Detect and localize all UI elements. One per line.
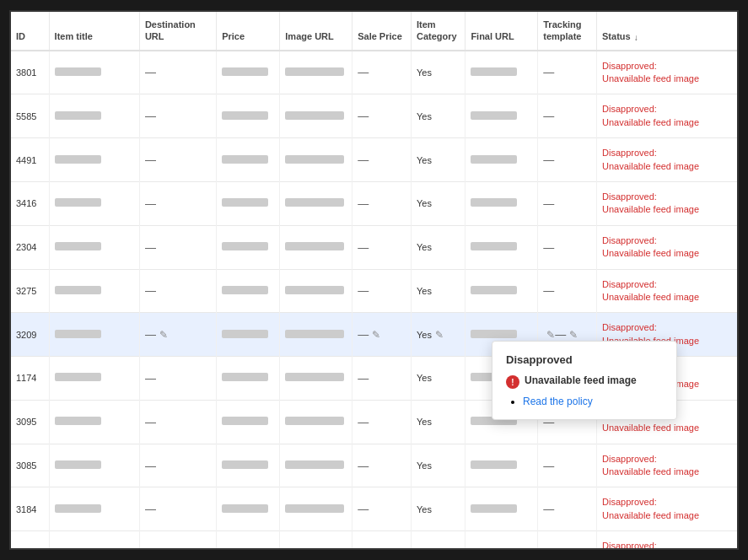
blurred-final: [471, 330, 517, 338]
cell-sale-price: —: [352, 51, 412, 94]
cell-id: 3209: [11, 313, 49, 357]
col-header-price: Price: [217, 12, 280, 51]
cell-image-url: [280, 138, 352, 182]
cell-image-url: [280, 313, 352, 357]
edit-sale-icon[interactable]: ✎: [372, 329, 380, 341]
cell-price: [217, 444, 280, 487]
edit-track-icon[interactable]: ✎: [546, 329, 555, 341]
cell-dest-url: —: [139, 181, 216, 225]
cell-price: [217, 94, 280, 138]
cell-status: Disapproved: Unavailable feed image: [597, 269, 737, 313]
cell-id: 3095: [11, 400, 49, 444]
popup-title: Disapproved: [506, 353, 663, 366]
col-header-sale-price: Sale Price: [352, 12, 412, 51]
col-header-id: ID: [11, 12, 49, 51]
table-wrapper[interactable]: ID Item title Destination URL Price Imag…: [11, 12, 737, 548]
blurred-final: [471, 198, 517, 207]
cell-price: [217, 400, 280, 444]
edit-dest-icon[interactable]: ✎: [159, 329, 168, 341]
cell-price: [217, 531, 280, 548]
status-disapproved: Disapproved: Unavailable feed image: [602, 60, 732, 86]
blurred-price: [222, 330, 268, 338]
blurred-title: [55, 198, 101, 207]
cell-id: 5585: [11, 94, 49, 138]
cell-status: Disapproved: Unavailable feed image: [597, 94, 737, 138]
blurred-image-url: [285, 460, 344, 469]
status-disapproved: Disapproved: Unavailable feed image: [602, 234, 732, 261]
table-row: 3085 — —Yes — Disapproved: Unavailable f…: [11, 444, 737, 487]
cell-status: Disapproved: Unavailable feed image: [597, 531, 737, 548]
cell-final-url: [465, 444, 538, 487]
cell-item-category: Yes: [411, 269, 465, 313]
cell-sale-price: —: [352, 531, 412, 548]
popup-error-icon: !: [506, 375, 519, 389]
cell-status: Disapproved: Unavailable feed image: [597, 225, 737, 269]
cell-sale-price: —: [352, 444, 412, 487]
cell-status: Disapproved: Unavailable feed image: [597, 138, 737, 182]
cell-final-url: [465, 269, 538, 313]
blurred-final: [471, 111, 517, 120]
cell-item-title: [49, 51, 139, 94]
cell-dest-url: —: [139, 225, 216, 269]
blurred-price: [222, 504, 268, 513]
table-row: 3416 — —Yes — Disapproved: Unavailable f…: [11, 181, 737, 225]
popup-policy-item: Read the policy: [523, 396, 663, 407]
table-row: 5585 — —Yes — Disapproved: Unavailable f…: [11, 94, 737, 138]
cell-sale-price: —: [352, 94, 412, 138]
blurred-image-url: [285, 504, 344, 513]
blurred-image-url: [285, 417, 344, 425]
cell-final-url: [465, 94, 538, 138]
cell-id: 3085: [11, 444, 49, 487]
blurred-image-url: [285, 155, 344, 164]
blurred-title: [55, 242, 101, 250]
blurred-title: [55, 155, 101, 164]
col-header-dest-url: Destination URL: [139, 12, 216, 51]
sort-desc-icon[interactable]: ↓: [634, 32, 638, 43]
cell-item-category: Yes: [411, 400, 465, 444]
products-table: ID Item title Destination URL Price Imag…: [11, 12, 737, 548]
cell-tracking: —: [538, 138, 597, 182]
main-container: ID Item title Destination URL Price Imag…: [9, 10, 739, 550]
blurred-title: [55, 111, 101, 120]
cell-image-url: [280, 269, 352, 313]
col-header-image-url: Image URL: [280, 12, 352, 51]
cell-dest-url: —: [139, 138, 216, 182]
cell-dest-url: —✎: [139, 313, 216, 357]
cell-image-url: [280, 487, 352, 531]
cell-price: [217, 487, 280, 531]
cell-id: 3416: [11, 181, 49, 225]
popup-policy-list: Read the policy: [506, 396, 663, 407]
cell-item-title: [49, 269, 139, 313]
cell-image-url: [280, 357, 352, 401]
table-row: 2304 — —Yes — Disapproved: Unavailable f…: [11, 225, 737, 269]
cell-price: [217, 225, 280, 269]
cell-id: 3184: [11, 487, 49, 531]
col-header-status[interactable]: Status ↓: [597, 12, 737, 51]
cell-id: 4491: [11, 138, 49, 182]
edit-track2-icon[interactable]: ✎: [569, 329, 578, 341]
cell-image-url: [280, 531, 352, 548]
read-policy-link[interactable]: Read the policy: [523, 396, 593, 407]
edit-cat-icon[interactable]: ✎: [435, 329, 444, 341]
cell-item-title: [49, 444, 139, 487]
cell-dest-url: —: [139, 487, 216, 531]
blurred-price: [222, 417, 268, 425]
cell-item-title: [49, 181, 139, 225]
popup-error-label: Unavailable feed image: [525, 374, 637, 386]
cell-image-url: [280, 94, 352, 138]
status-disapproved: Disapproved: Unavailable feed image: [602, 496, 732, 522]
cell-id: 3179: [11, 531, 49, 548]
cell-sale-price: —: [352, 400, 412, 444]
cell-sale-price: —: [352, 269, 412, 313]
col-header-item-title: Item title: [49, 12, 139, 51]
blurred-price: [222, 242, 268, 250]
cell-price: [217, 313, 280, 357]
cell-item-title: [49, 313, 139, 357]
cell-item-category: Yes: [411, 444, 465, 487]
cell-dest-url: —: [139, 531, 216, 548]
cell-final-url: [465, 487, 538, 531]
blurred-image-url: [285, 330, 344, 338]
cell-sale-price: —: [352, 138, 412, 182]
cell-item-category: Yes: [411, 531, 465, 548]
cell-dest-url: —: [139, 94, 216, 138]
